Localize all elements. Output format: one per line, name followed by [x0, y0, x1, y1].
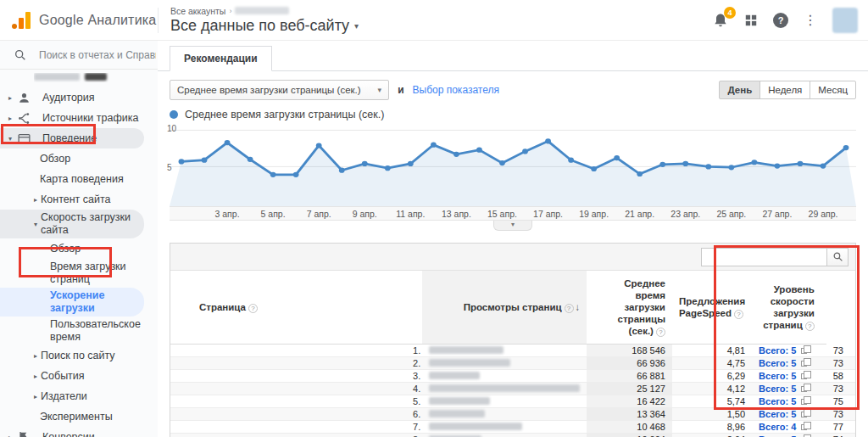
- table-row[interactable]: 1.168 5464,81Всего: 573: [170, 345, 855, 357]
- col-page: Страница: [199, 302, 246, 312]
- account-block: Все аккаунты › Все данные по веб-сайту: [170, 6, 359, 35]
- pages-table: Страница Просмотры страниц Среднее время…: [170, 271, 855, 437]
- granularity-switch: День Неделя Месяц: [719, 81, 856, 99]
- sidebar-item-user-timings[interactable]: Пользовательское время: [0, 317, 158, 345]
- sidebar-item-speed-overview[interactable]: Обзор: [0, 238, 158, 259]
- more-menu-button[interactable]: [804, 13, 817, 28]
- pagespeed-suggestions-link[interactable]: Всего: 5: [759, 396, 796, 406]
- expand-arrow-icon[interactable]: [31, 373, 41, 380]
- expand-arrow-icon[interactable]: [5, 115, 15, 122]
- metric-select[interactable]: Среднее время загрузки страницы (сек.): [170, 80, 389, 100]
- avg-load-time-cell: 4,12: [672, 383, 752, 395]
- sidebar-item-publishers[interactable]: Издатели: [0, 386, 158, 406]
- ga-logo[interactable]: Google Аналитика: [0, 12, 158, 29]
- sidebar-item-site-content[interactable]: Контент сайта: [0, 189, 158, 210]
- y-axis-tick: 5: [167, 163, 172, 172]
- header-actions: 4: [712, 8, 868, 33]
- sidebar-item-experiments[interactable]: Эксперименты: [0, 406, 158, 427]
- table-row[interactable]: 2.66 9364,75Всего: 573: [170, 357, 855, 370]
- redacted-page-name: [429, 372, 480, 379]
- expand-arrow-icon[interactable]: [31, 393, 41, 401]
- sidebar: Аудитория Источники трафика Поведение: [0, 41, 158, 437]
- sidebar-item-behavior-flow[interactable]: Карта поведения: [0, 169, 158, 189]
- search-input[interactable]: [39, 49, 156, 61]
- speed-score-cell: 73: [826, 408, 855, 421]
- table-row[interactable]: 7.10 4688,96Всего: 477: [170, 421, 855, 434]
- pagespeed-suggestions-link[interactable]: Всего: 5: [759, 345, 796, 356]
- pageviews-cell: 25 127: [587, 383, 672, 395]
- table-row[interactable]: 8.10 0042,64Всего: 574: [170, 434, 855, 437]
- sidebar-item-speed-suggestions[interactable]: Ускорение загрузки: [0, 288, 144, 317]
- timeseries-chart[interactable]: 10 5 3 апр.5 апр.7 апр.9 апр.11 апр.13 а…: [170, 126, 856, 231]
- redacted-page-name: [429, 384, 580, 392]
- search-icon: [14, 48, 27, 62]
- logo-text: Google Аналитика: [39, 13, 156, 28]
- popout-icon: [801, 424, 807, 430]
- sidebar-search[interactable]: [0, 41, 158, 70]
- expand-arrow-icon[interactable]: [31, 196, 41, 204]
- sidebar-item-audience[interactable]: Аудитория: [0, 87, 158, 108]
- page-title: Все данные по веб-сайту: [170, 17, 349, 35]
- pagespeed-suggestions-link[interactable]: Всего: 5: [759, 358, 796, 368]
- sidebar-item-page-timings[interactable]: Время загрузки страниц: [0, 259, 158, 288]
- pagespeed-suggestions-link[interactable]: Всего: 4: [759, 422, 796, 432]
- avatar[interactable]: [832, 8, 858, 33]
- sidebar-item-conversions[interactable]: Конверсии: [0, 427, 158, 437]
- granularity-week-button[interactable]: Неделя: [760, 81, 810, 99]
- avg-load-time-cell: 1,50: [672, 408, 752, 421]
- help-button[interactable]: [773, 13, 788, 28]
- table-row[interactable]: 3.66 8816,29Всего: 558: [170, 370, 855, 383]
- chart-controls: Среднее время загрузки страницы (сек.) и…: [158, 71, 868, 105]
- page-cell: [422, 370, 587, 383]
- sidebar-item-behavior-overview[interactable]: Обзор: [0, 148, 158, 169]
- chevron-down-icon: [378, 86, 382, 94]
- sidebar-item-behavior[interactable]: Поведение: [0, 128, 144, 148]
- granularity-month-button[interactable]: Месяц: [810, 81, 856, 99]
- table-row[interactable]: 6.13 3641,50Всего: 573: [170, 408, 855, 421]
- pageviews-cell: 13 364: [587, 408, 672, 421]
- avg-load-time-cell: 4,75: [672, 357, 752, 370]
- sidebar-item-site-speed[interactable]: Скорость загрузки сайта: [0, 210, 144, 238]
- granularity-day-button[interactable]: День: [719, 81, 760, 99]
- table-search-input[interactable]: [701, 248, 826, 266]
- kebab-icon: [804, 13, 817, 28]
- collapse-arrow-icon[interactable]: [31, 221, 41, 228]
- page-cell: [422, 395, 587, 408]
- table-search-button[interactable]: [826, 248, 849, 266]
- sidebar-item-acquisition[interactable]: Источники трафика: [0, 108, 158, 128]
- notifications-button[interactable]: 4: [712, 12, 729, 29]
- pagespeed-suggestions-link[interactable]: Всего: 5: [759, 371, 796, 381]
- avg-load-time-cell: 5,74: [672, 395, 752, 408]
- row-index: 2.: [170, 357, 422, 370]
- pagespeed-cell: Всего: 4: [752, 421, 826, 434]
- main-content: Рекомендации Среднее время загрузки стра…: [158, 41, 868, 437]
- redacted-page-name: [429, 346, 504, 354]
- row-index: 6.: [170, 408, 422, 421]
- breadcrumb[interactable]: Все аккаунты: [170, 6, 225, 16]
- pagespeed-suggestions-link[interactable]: Всего: 5: [759, 384, 796, 394]
- divider: [158, 8, 159, 33]
- expand-arrow-icon[interactable]: [5, 94, 15, 102]
- avg-load-time-cell: 6,29: [672, 370, 752, 383]
- pagespeed-suggestions-link[interactable]: Всего: 5: [759, 409, 796, 419]
- table-header-row: Страница Просмотры страниц Среднее время…: [170, 271, 855, 345]
- row-index: 4.: [170, 383, 422, 395]
- help-icon: [656, 328, 665, 337]
- chevron-down-icon[interactable]: [354, 21, 359, 31]
- table-row[interactable]: 5.16 4225,74Всего: 575: [170, 395, 855, 408]
- sidebar-item-site-search[interactable]: Поиск по сайту: [0, 345, 158, 366]
- pagespeed-cell: Всего: 5: [752, 383, 826, 395]
- speed-score-cell: 73: [826, 357, 855, 370]
- tab-suggestions[interactable]: Рекомендации: [170, 46, 272, 71]
- chart-collapse-handle[interactable]: [493, 221, 532, 231]
- select-metric-link[interactable]: Выбор показателя: [413, 84, 499, 96]
- help-icon: [248, 304, 258, 313]
- expand-arrow-icon[interactable]: [5, 434, 15, 437]
- collapse-arrow-icon[interactable]: [5, 135, 15, 143]
- page-cell: [422, 357, 587, 370]
- popout-icon: [801, 386, 807, 392]
- table-row[interactable]: 4.25 1274,12Всего: 573: [170, 383, 855, 395]
- apps-grid-button[interactable]: [744, 14, 758, 27]
- sidebar-item-events[interactable]: События: [0, 366, 158, 386]
- expand-arrow-icon[interactable]: [31, 352, 41, 360]
